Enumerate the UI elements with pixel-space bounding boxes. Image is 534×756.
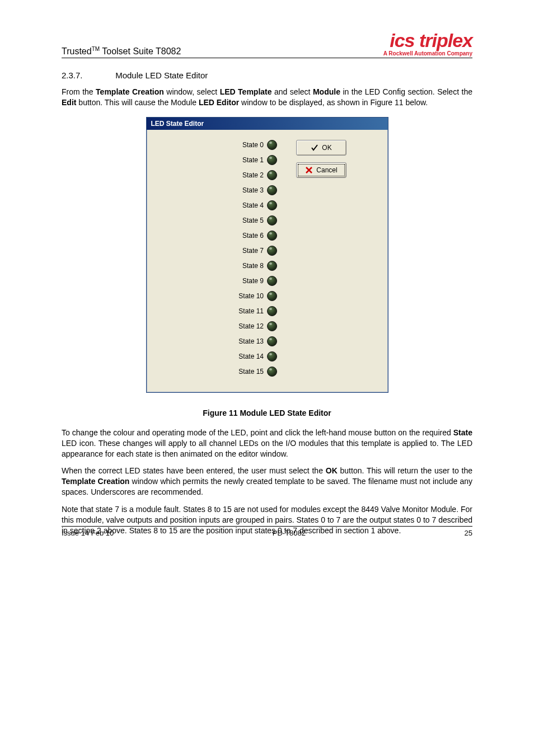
led-icon[interactable]	[267, 155, 277, 165]
footer-right: 25	[465, 529, 472, 537]
text-bold: Edit	[62, 98, 76, 107]
led-icon[interactable]	[267, 291, 277, 301]
cancel-button[interactable]: Cancel	[296, 162, 346, 178]
state-row: State 0	[238, 140, 277, 150]
state-label: State 0	[238, 141, 265, 149]
paragraph-1: From the Template Creation window, selec…	[62, 87, 472, 108]
state-row: State 9	[238, 276, 277, 286]
footer-left: Issue 14 Feb 10	[62, 529, 114, 537]
text-bold: LED Template	[220, 87, 272, 96]
state-label: State 12	[238, 322, 265, 330]
text: window, select	[164, 87, 220, 96]
state-row: State 12	[238, 321, 277, 331]
state-label: State 7	[238, 247, 265, 255]
led-icon[interactable]	[267, 276, 277, 286]
text: button. This will cause the Module	[76, 98, 198, 107]
led-icon[interactable]	[267, 367, 277, 377]
led-icon[interactable]	[267, 231, 277, 241]
state-row: State 5	[238, 215, 277, 226]
page-header: TrustedTM Toolset Suite T8082 ics triple…	[62, 31, 472, 58]
state-label: State 14	[238, 353, 265, 360]
text: LED icon. These changes will apply to al…	[62, 439, 472, 458]
x-icon	[305, 166, 313, 174]
text-bold: Template Creation	[96, 87, 164, 96]
led-icon[interactable]	[267, 246, 277, 256]
state-label: State 4	[238, 201, 265, 209]
led-icon[interactable]	[267, 185, 277, 195]
led-icon[interactable]	[267, 321, 277, 331]
logo-sub-bold: A Rockwell Automation	[383, 50, 446, 57]
check-icon	[311, 144, 318, 152]
state-row: State 10	[238, 291, 277, 301]
ok-label: OK	[322, 144, 331, 152]
title-suffix: Toolset Suite T8082	[100, 46, 181, 56]
section-number: 2.3.7.	[62, 71, 113, 80]
dialog-titlebar: LED State Editor	[147, 118, 388, 130]
state-label: State 13	[238, 337, 265, 345]
state-label: State 5	[238, 217, 265, 224]
state-row: State 11	[238, 306, 277, 316]
text: and select	[272, 87, 313, 96]
state-list: State 0 State 1 State 2 State 3 State 4 …	[238, 140, 277, 377]
dialog-button-column: OK Cancel	[296, 140, 346, 377]
text: button. This will return the user to the	[338, 466, 472, 475]
trademark: TM	[92, 46, 100, 52]
page-footer: Issue 14 Feb 10 PD-T8082 25	[62, 526, 472, 537]
logo-subtitle: A Rockwell Automation Company	[383, 51, 472, 57]
led-icon[interactable]	[267, 140, 277, 150]
state-label: State 8	[238, 262, 265, 270]
state-label: State 3	[238, 186, 265, 194]
led-icon[interactable]	[267, 306, 277, 316]
state-label: State 15	[238, 368, 265, 375]
state-label: State 9	[238, 277, 265, 285]
text-bold: Template Creation	[62, 477, 129, 486]
led-icon[interactable]	[267, 170, 277, 180]
state-label: State 10	[238, 292, 265, 300]
state-row: State 8	[238, 261, 277, 271]
logo-main-text: ics triplex	[383, 31, 472, 50]
dialog-body: State 0 State 1 State 2 State 3 State 4 …	[147, 130, 388, 392]
state-row: State 4	[238, 200, 277, 210]
text-bold: Module	[313, 87, 340, 96]
text: in the LED Config section. Select the	[340, 87, 472, 96]
led-icon[interactable]	[267, 261, 277, 271]
led-icon[interactable]	[267, 351, 277, 361]
logo-sub-rest: Company	[446, 50, 472, 57]
state-row: State 3	[238, 185, 277, 195]
text: window to be displayed, as shown in Figu…	[239, 98, 428, 107]
text: From the	[62, 87, 96, 96]
footer-center: PD-T8082	[273, 529, 306, 537]
led-icon[interactable]	[267, 215, 277, 226]
led-state-editor-dialog: LED State Editor State 0 State 1 State 2…	[146, 117, 388, 393]
state-row: State 1	[238, 155, 277, 165]
state-row: State 14	[238, 351, 277, 361]
state-label: State 1	[238, 156, 265, 164]
state-row: State 7	[238, 246, 277, 256]
state-label: State 11	[238, 307, 265, 315]
state-row: State 6	[238, 231, 277, 241]
state-row: State 13	[238, 336, 277, 346]
figure-caption: Figure 11 Module LED State Editor	[62, 408, 472, 417]
text: When the correct LED states have been en…	[62, 466, 326, 475]
brand-logo: ics triplex A Rockwell Automation Compan…	[383, 31, 472, 57]
led-icon[interactable]	[267, 200, 277, 210]
text-bold: OK	[326, 466, 338, 475]
paragraph-2: To change the colour and operating mode …	[62, 428, 472, 459]
section-title: Module LED State Editor	[115, 71, 208, 80]
state-label: State 2	[238, 171, 265, 179]
ok-button[interactable]: OK	[296, 140, 346, 156]
led-icon[interactable]	[267, 336, 277, 346]
text-bold: State	[453, 428, 472, 437]
section-heading: 2.3.7. Module LED State Editor	[62, 71, 472, 80]
text-bold: LED Editor	[199, 98, 239, 107]
paragraph-3: When the correct LED states have been en…	[62, 466, 472, 497]
state-row: State 15	[238, 367, 277, 377]
cancel-label: Cancel	[316, 166, 337, 174]
text: To change the colour and operating mode …	[62, 428, 453, 437]
header-title: TrustedTM Toolset Suite T8082	[62, 46, 181, 57]
title-prefix: Trusted	[62, 46, 92, 56]
state-row: State 2	[238, 170, 277, 180]
state-label: State 6	[238, 232, 265, 240]
